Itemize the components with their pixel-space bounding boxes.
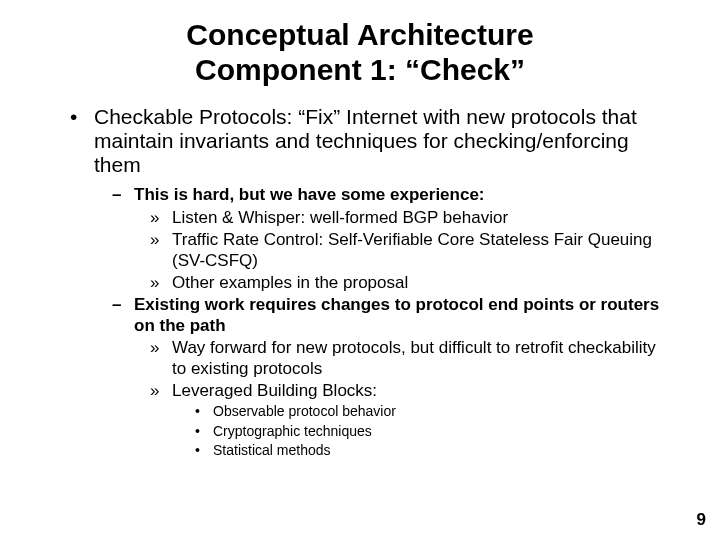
bullet-text: Way forward for new protocols, but diffi… (172, 338, 670, 379)
bullet-text: Existing work requires changes to protoc… (134, 295, 670, 336)
bullet-raquo-icon: » (150, 338, 172, 379)
bullet-raquo-icon: » (150, 273, 172, 293)
bullet-text: This is hard, but we have some experienc… (134, 185, 670, 205)
bullet-text: Statistical methods (213, 442, 670, 460)
bullet-dot-icon: • (195, 403, 213, 421)
bullet-dot-icon: • (195, 423, 213, 441)
bullet-text: Traffic Rate Control: Self-Verifiable Co… (172, 230, 670, 271)
bullet-raquo-icon: » (150, 230, 172, 271)
bullet-level2: – Existing work requires changes to prot… (112, 295, 670, 336)
bullet-level1: • Checkable Protocols: “Fix” Internet wi… (70, 105, 670, 177)
page-number: 9 (697, 510, 706, 530)
bullet-raquo-icon: » (150, 381, 172, 401)
bullet-dash-icon: – (112, 295, 134, 336)
bullet-dash-icon: – (112, 185, 134, 205)
bullet-text: Other examples in the proposal (172, 273, 670, 293)
bullet-text: Cryptographic techniques (213, 423, 670, 441)
bullet-level4: • Cryptographic techniques (195, 423, 670, 441)
bullet-level4: • Observable protocol behavior (195, 403, 670, 421)
bullet-text: Checkable Protocols: “Fix” Internet with… (94, 105, 670, 177)
slide: Conceptual Architecture Component 1: “Ch… (0, 0, 720, 540)
bullet-level3: » Leveraged Building Blocks: (150, 381, 670, 401)
bullet-raquo-icon: » (150, 208, 172, 228)
bullet-text: Observable protocol behavior (213, 403, 670, 421)
bullet-dot-icon: • (195, 442, 213, 460)
bullet-text: Listen & Whisper: well-formed BGP behavi… (172, 208, 670, 228)
bullet-level2: – This is hard, but we have some experie… (112, 185, 670, 205)
bullet-level3: » Listen & Whisper: well-formed BGP beha… (150, 208, 670, 228)
bullet-level3: » Traffic Rate Control: Self-Verifiable … (150, 230, 670, 271)
title-line-2: Component 1: “Check” (50, 53, 670, 88)
bullet-level3: » Other examples in the proposal (150, 273, 670, 293)
title-line-1: Conceptual Architecture (50, 18, 670, 53)
bullet-level3: » Way forward for new protocols, but dif… (150, 338, 670, 379)
slide-title: Conceptual Architecture Component 1: “Ch… (50, 18, 670, 87)
bullet-level4: • Statistical methods (195, 442, 670, 460)
bullet-dot-icon: • (70, 105, 94, 177)
bullet-text: Leveraged Building Blocks: (172, 381, 670, 401)
